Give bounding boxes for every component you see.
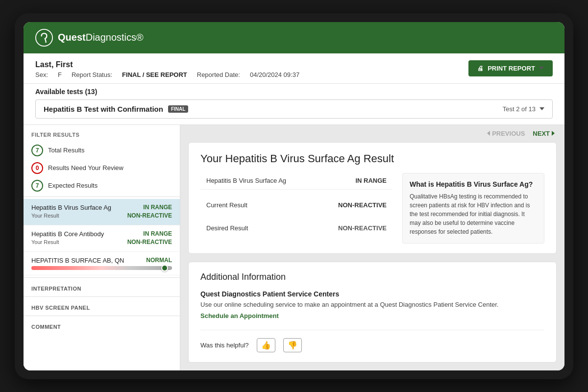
thumbs-down-icon: 👎 xyxy=(288,341,297,349)
result-title: Your Hepatitis B Virus Surface Ag Result xyxy=(200,152,544,165)
patient-name: Last, First xyxy=(35,60,299,69)
thumbs-up-icon: 👍 xyxy=(261,341,271,349)
printer-icon: 🖨 xyxy=(477,65,484,72)
main-content: FILTER RESULTS 7 Total Results 0 Results… xyxy=(24,125,564,370)
quest-logo-icon xyxy=(35,29,53,47)
thumbs-up-button[interactable]: 👍 xyxy=(257,338,275,352)
reported-date-value: 04/20/2024 09:37 xyxy=(250,71,299,78)
available-tests-section: Available tests (13) Hepatitis B Test wi… xyxy=(24,84,564,125)
chevron-down-icon xyxy=(539,107,544,110)
app-header: QuestDiagnostics® xyxy=(24,22,564,53)
sex-label: Sex: xyxy=(35,71,48,78)
report-status-value: FINAL / SEE REPORT xyxy=(122,71,187,78)
reported-date-label: Reported Date: xyxy=(197,71,240,78)
current-result-value: NON-REACTIVE xyxy=(306,197,392,213)
chevron-left-icon xyxy=(487,131,490,136)
total-results-label: Total Results xyxy=(48,147,84,154)
sidebar-divider-3 xyxy=(24,296,180,297)
sex-value: F xyxy=(58,71,62,78)
report-status-label: Report Status: xyxy=(72,71,112,78)
filter-total-results[interactable]: 7 Total Results xyxy=(24,142,180,159)
info-box: What is Hepatitis B Virus Surface Ag? Qu… xyxy=(402,173,544,244)
svg-point-1 xyxy=(45,41,47,43)
test-name-cell: Hepatitis B Virus Surface Ag xyxy=(200,173,306,190)
gauge-indicator xyxy=(161,265,168,271)
nav-controls: PREVIOUS NEXT xyxy=(180,125,564,142)
sidebar-test-item-hbs-ab[interactable]: HEPATITIS B SURFACE AB, QN NORMAL xyxy=(24,252,180,275)
info-box-text: Qualitative HBsAg testing is recommended… xyxy=(410,192,537,236)
needs-review-badge: 0 xyxy=(31,162,43,174)
desired-result-label: Desired Result xyxy=(200,220,306,236)
result-table-section: Hepatitis B Virus Surface Ag IN RANGE Cu… xyxy=(200,173,392,244)
info-box-title: What is Hepatitis B Virus Surface Ag? xyxy=(410,180,537,188)
next-button[interactable]: NEXT xyxy=(533,130,555,137)
your-result-value: NON-REACTIVE xyxy=(127,239,172,245)
chevron-down-icon xyxy=(539,67,544,70)
test-status-cell: IN RANGE xyxy=(306,173,392,190)
main-panel: PREVIOUS NEXT Your Hepatitis B Virus Sur… xyxy=(180,125,564,370)
gauge-container xyxy=(31,266,172,270)
expected-results-badge: 7 xyxy=(31,180,43,192)
needs-review-label: Results Need Your Review xyxy=(48,164,123,172)
final-badge: FINAL xyxy=(168,105,188,113)
chevron-right-icon xyxy=(552,131,555,136)
current-result-label: Current Result xyxy=(200,197,306,213)
additional-info-card: Additional Information Quest Diagnostics… xyxy=(188,262,557,363)
test-selector-name: Hepatitis B Test with Confirmation xyxy=(44,105,163,113)
test-item-status: IN RANGE xyxy=(143,204,172,211)
sidebar-divider-2 xyxy=(24,277,180,278)
thumbs-down-button[interactable]: 👎 xyxy=(283,338,302,352)
test-item-name: Hepatitis B Virus Surface Ag xyxy=(31,204,111,211)
available-tests-label: Available tests (13) xyxy=(35,88,553,96)
logo: QuestDiagnostics® xyxy=(35,29,144,47)
filter-results-label: FILTER RESULTS xyxy=(24,125,180,142)
additional-info-title: Additional Information xyxy=(200,272,544,282)
sidebar-section-comment[interactable]: COMMENT xyxy=(24,318,180,333)
filter-needs-review[interactable]: 0 Results Need Your Review xyxy=(24,159,180,177)
gauge-bar xyxy=(31,266,172,270)
total-results-badge: 7 xyxy=(31,145,43,156)
helpful-section: Was this helpful? 👍 👎 xyxy=(200,330,544,352)
your-result-label: Your Result xyxy=(31,213,59,219)
test-item-name: HEPATITIS B SURFACE AB, QN xyxy=(31,257,124,264)
print-report-button[interactable]: 🖨 PRINT REPORT xyxy=(468,60,553,76)
test-item-status: IN RANGE xyxy=(143,230,172,237)
filter-expected-results[interactable]: 7 Expected Results xyxy=(24,177,180,195)
test-item-status: NORMAL xyxy=(146,257,172,264)
test-item-name: Hepatitis B Core Antibody xyxy=(31,230,104,238)
helpful-label: Was this helpful? xyxy=(200,342,249,349)
sidebar-test-item-hbv-surface[interactable]: Hepatitis B Virus Surface Ag IN RANGE Yo… xyxy=(24,199,180,225)
sidebar-divider-4 xyxy=(24,316,180,316)
logo-text: QuestDiagnostics® xyxy=(58,32,144,43)
sidebar-section-hbv-panel[interactable]: HBV SCREEN PANEL xyxy=(24,299,180,314)
result-card: Your Hepatitis B Virus Surface Ag Result… xyxy=(188,142,557,254)
psc-text: Use our online scheduling service to mak… xyxy=(200,301,544,308)
your-result-label: Your Result xyxy=(31,239,59,245)
svg-point-0 xyxy=(36,29,52,46)
psc-title: Quest Diagnostics Patient Service Center… xyxy=(200,290,544,298)
sidebar: FILTER RESULTS 7 Total Results 0 Results… xyxy=(24,125,180,370)
expected-results-label: Expected Results xyxy=(48,182,98,189)
test-selector-dropdown[interactable]: Hepatitis B Test with Confirmation FINAL… xyxy=(35,99,553,119)
desired-result-value: NON-REACTIVE xyxy=(306,220,392,236)
schedule-appointment-link[interactable]: Schedule an Appointment xyxy=(200,312,279,319)
previous-button[interactable]: PREVIOUS xyxy=(487,130,525,137)
test-counter: Test 2 of 13 xyxy=(503,105,544,113)
patient-bar: Last, First Sex: F Report Status: FINAL … xyxy=(24,53,564,84)
sidebar-section-interpretation[interactable]: INTERPRETATION xyxy=(24,280,180,294)
your-result-value: NON-REACTIVE xyxy=(127,212,172,219)
sidebar-test-item-hbc-antibody[interactable]: Hepatitis B Core Antibody IN RANGE Your … xyxy=(24,225,180,252)
sidebar-divider-1 xyxy=(24,196,180,197)
